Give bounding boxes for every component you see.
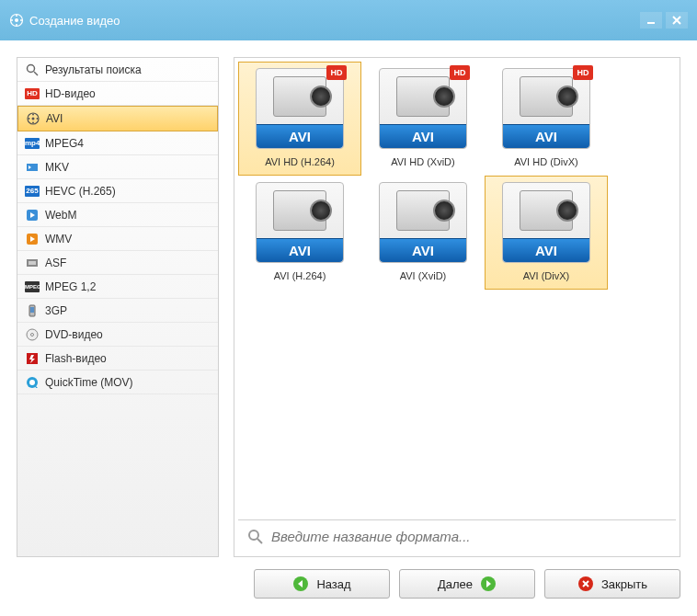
format-grid: HDAVIAVI HD (H.264)HDAVIAVI HD (XviD)HDA… bbox=[238, 62, 676, 290]
sidebar-item-quicktime-mov-[interactable]: QuickTime (MOV) bbox=[17, 371, 218, 394]
format-caption: AVI HD (XviD) bbox=[391, 156, 454, 167]
close-label: Закрыть bbox=[601, 577, 647, 591]
arrow-left-icon bbox=[292, 576, 309, 592]
format-grid-wrap: HDAVIAVI HD (H.264)HDAVIAVI HD (XviD)HDA… bbox=[234, 57, 680, 557]
svg-point-14 bbox=[32, 122, 34, 124]
minimize-button[interactable] bbox=[640, 12, 662, 29]
disc-icon bbox=[25, 327, 40, 342]
hd-icon: HD bbox=[25, 86, 40, 101]
265-icon: 265 bbox=[25, 184, 40, 199]
sidebar-item-label: QuickTime (MOV) bbox=[45, 376, 133, 389]
sidebar-item-label: WMV bbox=[45, 233, 72, 245]
camera-lens-icon bbox=[433, 86, 455, 108]
svg-line-10 bbox=[34, 72, 38, 75]
hd-badge: HD bbox=[326, 65, 347, 80]
main-panel: HDAVIAVI HD (H.264)HDAVIAVI HD (XviD)HDA… bbox=[234, 57, 680, 557]
asf-icon bbox=[25, 256, 40, 270]
format-badge: AVI bbox=[380, 238, 466, 262]
sidebar-item-flash-видео[interactable]: Flash-видео bbox=[17, 347, 218, 371]
back-label: Назад bbox=[316, 577, 350, 591]
svg-point-25 bbox=[31, 333, 34, 336]
sidebar-item-wmv[interactable]: WMV bbox=[17, 227, 218, 251]
sidebar-item-label: HEVC (H.265) bbox=[45, 185, 116, 198]
svg-point-16 bbox=[37, 118, 39, 120]
inner-frame: Результаты поискаHDHD-видеоAVImp4MPEG4MK… bbox=[0, 40, 697, 616]
sidebar-item-label: WebM bbox=[45, 209, 76, 222]
format-cell[interactable]: HDAVIAVI HD (DivX) bbox=[485, 62, 608, 176]
format-cell[interactable]: AVIAVI (XviD) bbox=[361, 176, 485, 290]
sidebar-item-webm[interactable]: WebM bbox=[17, 203, 218, 227]
sidebar-item-label: DVD-видео bbox=[45, 328, 103, 341]
format-thumbnail: AVI bbox=[256, 182, 344, 263]
svg-point-3 bbox=[16, 24, 17, 26]
sidebar-item-mpeg-1-2[interactable]: MPEGMPEG 1,2 bbox=[17, 275, 218, 299]
camera-lens-icon bbox=[310, 200, 332, 222]
flash-icon bbox=[25, 351, 40, 366]
close-icon bbox=[577, 576, 594, 592]
format-thumbnail: HDAVI bbox=[502, 68, 590, 149]
format-cell[interactable]: AVIAVI (DivX) bbox=[485, 176, 608, 290]
search-input[interactable] bbox=[271, 529, 667, 544]
sidebar-item-label: Flash-видео bbox=[45, 352, 107, 365]
sidebar-item-hevc-h-265-[interactable]: 265HEVC (H.265) bbox=[17, 179, 218, 203]
format-cell[interactable]: HDAVIAVI HD (XviD) bbox=[361, 62, 485, 176]
format-badge: AVI bbox=[380, 124, 466, 148]
svg-point-5 bbox=[20, 19, 22, 21]
sidebar-item-avi[interactable]: AVI bbox=[17, 106, 218, 131]
format-caption: AVI HD (DivX) bbox=[514, 156, 577, 167]
search-bar bbox=[238, 519, 676, 553]
sidebar-item-dvd-видео[interactable]: DVD-видео bbox=[17, 323, 218, 347]
sidebar-item-label: Результаты поиска bbox=[45, 63, 142, 76]
format-badge: AVI bbox=[503, 238, 589, 262]
format-cell[interactable]: HDAVIAVI HD (H.264) bbox=[238, 62, 361, 176]
play-orange-icon bbox=[25, 232, 40, 246]
body: Результаты поискаHDHD-видеоAVImp4MPEG4MK… bbox=[17, 57, 680, 557]
format-cell[interactable]: AVIAVI (H.264) bbox=[238, 176, 361, 290]
svg-point-12 bbox=[32, 118, 35, 120]
window: Создание видео Результаты поискаHDHD-вид… bbox=[0, 0, 697, 616]
sidebar-item-результаты-поиска[interactable]: Результаты поиска bbox=[17, 58, 218, 82]
app-icon bbox=[9, 13, 24, 28]
camera-lens-icon bbox=[433, 200, 455, 222]
format-caption: AVI HD (H.264) bbox=[265, 156, 335, 167]
sidebar-item-mpeg4[interactable]: mp4MPEG4 bbox=[17, 131, 218, 155]
mpeg-icon: MPEG bbox=[25, 279, 40, 294]
close-button[interactable]: Закрыть bbox=[544, 569, 680, 599]
search-icon bbox=[247, 529, 264, 545]
camera-lens-icon bbox=[310, 86, 332, 108]
format-badge: AVI bbox=[503, 124, 589, 148]
svg-point-29 bbox=[249, 530, 258, 540]
hd-badge: HD bbox=[450, 65, 470, 80]
quicktime-icon bbox=[25, 375, 40, 390]
format-thumbnail: AVI bbox=[502, 182, 590, 263]
sidebar: Результаты поискаHDHD-видеоAVImp4MPEG4MK… bbox=[17, 57, 219, 557]
hd-badge: HD bbox=[573, 65, 593, 80]
sidebar-item-hd-видео[interactable]: HDHD-видео bbox=[17, 82, 218, 106]
svg-point-13 bbox=[32, 114, 34, 116]
svg-point-9 bbox=[28, 64, 35, 72]
svg-point-28 bbox=[29, 380, 35, 385]
svg-rect-21 bbox=[29, 261, 36, 265]
next-button[interactable]: Далее bbox=[399, 569, 535, 599]
play-icon bbox=[25, 208, 40, 222]
svg-rect-23 bbox=[30, 307, 34, 313]
sidebar-item-3gp[interactable]: 3GP bbox=[17, 299, 218, 323]
sidebar-item-label: 3GP bbox=[45, 304, 67, 317]
sidebar-item-asf[interactable]: ASF bbox=[17, 251, 218, 275]
close-window-button[interactable] bbox=[666, 12, 688, 29]
format-thumbnail: AVI bbox=[379, 182, 467, 263]
svg-point-15 bbox=[29, 118, 30, 120]
search-icon bbox=[25, 63, 40, 77]
svg-point-4 bbox=[11, 19, 13, 21]
svg-rect-17 bbox=[27, 164, 38, 171]
format-thumbnail: HDAVI bbox=[379, 68, 467, 149]
format-caption: AVI (XviD) bbox=[400, 270, 447, 281]
format-caption: AVI (H.264) bbox=[274, 270, 326, 281]
sidebar-item-mkv[interactable]: MKV bbox=[17, 155, 218, 179]
back-button[interactable]: Назад bbox=[254, 569, 390, 599]
format-thumbnail: HDAVI bbox=[256, 68, 344, 149]
svg-point-2 bbox=[16, 15, 17, 17]
footer: Назад Далее Закрыть bbox=[17, 557, 680, 599]
sidebar-item-label: AVI bbox=[46, 112, 63, 125]
sidebar-item-label: MPEG4 bbox=[45, 137, 84, 150]
